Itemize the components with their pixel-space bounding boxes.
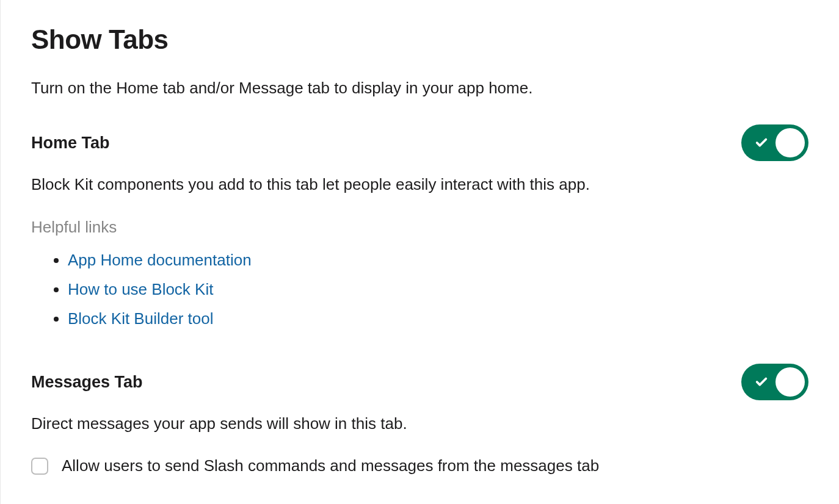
home-tab-description: Block Kit components you add to this tab… (31, 173, 808, 195)
messages-tab-title: Messages Tab (31, 373, 143, 392)
link-app-home-documentation[interactable]: App Home documentation (68, 251, 252, 269)
home-tab-toggle[interactable] (741, 124, 808, 161)
helpful-links-list: App Home documentation How to use Block … (31, 245, 808, 333)
toggle-knob (775, 128, 805, 157)
check-icon (755, 375, 768, 389)
allow-slash-commands-row: Allow users to send Slash commands and m… (31, 456, 808, 475)
allow-slash-commands-checkbox[interactable] (31, 458, 48, 475)
messages-tab-section: Messages Tab Direct messages your app se… (31, 364, 808, 475)
link-how-to-use-block-kit[interactable]: How to use Block Kit (68, 280, 213, 298)
allow-slash-commands-label: Allow users to send Slash commands and m… (62, 456, 599, 475)
messages-tab-toggle[interactable] (741, 364, 808, 400)
page-description: Turn on the Home tab and/or Message tab … (31, 77, 808, 99)
home-tab-title: Home Tab (31, 134, 110, 153)
list-item: How to use Block Kit (68, 275, 808, 304)
toggle-knob (775, 367, 805, 397)
messages-tab-header-row: Messages Tab (31, 364, 808, 400)
page-title: Show Tabs (31, 24, 808, 55)
home-tab-header-row: Home Tab (31, 124, 808, 161)
helpful-links-heading: Helpful links (31, 218, 808, 237)
link-block-kit-builder-tool[interactable]: Block Kit Builder tool (68, 309, 213, 328)
list-item: App Home documentation (68, 245, 808, 275)
home-tab-section: Home Tab Block Kit components you add to… (31, 124, 808, 333)
check-icon (755, 136, 768, 149)
list-item: Block Kit Builder tool (68, 304, 808, 333)
messages-tab-description: Direct messages your app sends will show… (31, 412, 808, 434)
